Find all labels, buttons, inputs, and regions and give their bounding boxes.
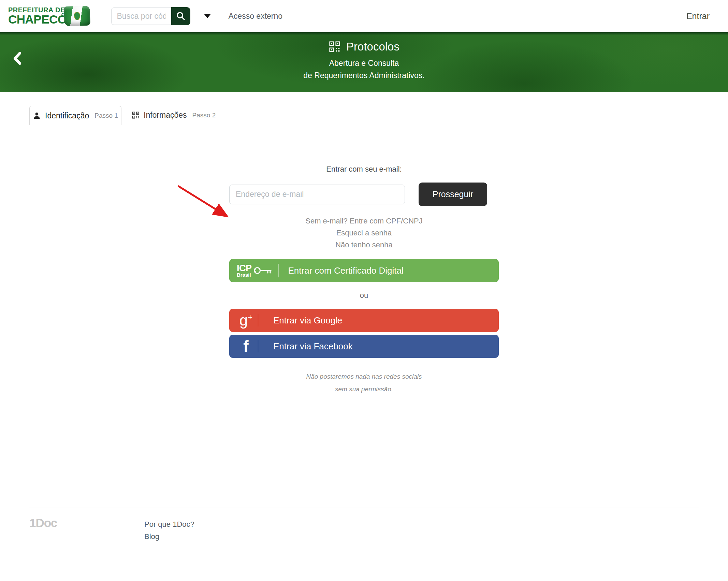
tab-informacoes[interactable]: Informações Passo 2: [124, 105, 223, 125]
external-access-link[interactable]: Acesso externo: [229, 12, 283, 21]
google-login-button[interactable]: g+ Entrar via Google: [229, 309, 499, 332]
tab-identificacao-label: Identificação: [45, 111, 89, 120]
tab-informacoes-step: Passo 2: [192, 112, 216, 119]
button-divider: [278, 264, 279, 277]
tab-identificacao-step: Passo 1: [94, 112, 118, 119]
back-button[interactable]: [10, 50, 24, 67]
key-icon: [253, 265, 273, 276]
icp-logo-line2: Brasil: [237, 273, 252, 277]
proceed-button[interactable]: Prosseguir: [419, 183, 487, 206]
login-link[interactable]: Entrar: [686, 11, 710, 21]
prefeitura-logo[interactable]: PREFEITURA DE CHAPECÓ: [8, 6, 90, 26]
google-button-label: Entrar via Google: [273, 315, 342, 326]
certificate-login-button[interactable]: ICP Brasil Entrar com Certificado Digita…: [229, 259, 499, 282]
informacoes-qr-icon: [132, 111, 140, 119]
facebook-login-button[interactable]: f Entrar via Facebook: [229, 335, 499, 358]
icp-logo-line1: ICP: [237, 264, 252, 273]
logo-line1: PREFEITURA DE: [8, 6, 67, 13]
button-divider: [258, 314, 258, 326]
person-icon: [33, 112, 41, 120]
email-section-label: Entrar com seu e-mail:: [229, 165, 499, 174]
search-type-dropdown-caret-icon[interactable]: [204, 14, 211, 18]
flag-emblem-icon: [74, 12, 80, 20]
protocols-qr-icon: [329, 41, 341, 53]
page-footer: 1Doc Por que 1Doc? Blog: [29, 508, 699, 552]
prefeitura-logo-text: PREFEITURA DE CHAPECÓ: [8, 6, 67, 26]
banner-subtitle-line2: de Requerimentos Administrativos.: [0, 70, 728, 82]
tab-informacoes-label: Informações: [144, 111, 187, 120]
page-title: Protocolos: [346, 40, 399, 53]
top-header: PREFEITURA DE CHAPECÓ Acesso externo Ent…: [0, 0, 728, 32]
tab-identificacao[interactable]: Identificação Passo 1: [29, 106, 121, 125]
search-icon: [176, 11, 186, 21]
no-password-link[interactable]: Não tenho senha: [229, 239, 499, 251]
facebook-icon: f: [234, 338, 258, 354]
forgot-password-link[interactable]: Esqueci a senha: [229, 227, 499, 239]
onedoc-logo[interactable]: 1Doc: [29, 516, 57, 530]
banner-subtitle-line1: Abertura e Consulta: [0, 57, 728, 70]
blog-link[interactable]: Blog: [144, 531, 194, 543]
why-onedoc-link[interactable]: Por que 1Doc?: [144, 518, 194, 531]
red-pointer-arrow-icon: [173, 183, 235, 222]
google-plus-icon: g+: [234, 313, 258, 328]
search-button[interactable]: [171, 7, 190, 25]
cpf-cnpj-link[interactable]: Sem e-mail? Entre com CPF/CNPJ: [229, 215, 499, 227]
search-input[interactable]: [111, 8, 171, 25]
certificate-button-label: Entrar com Certificado Digital: [288, 265, 404, 276]
icp-brasil-logo: ICP Brasil: [237, 264, 273, 277]
button-divider: [258, 340, 258, 352]
step-tabs: Identificação Passo 1 Informações Passo …: [29, 106, 699, 125]
social-disclaimer-line2: sem sua permissão.: [229, 383, 499, 395]
or-separator: ou: [229, 291, 499, 300]
protocols-banner: Protocolos Abertura e Consulta de Requer…: [0, 32, 728, 92]
social-disclaimer-line1: Não postaremos nada nas redes sociais: [229, 370, 499, 383]
facebook-button-label: Entrar via Facebook: [273, 341, 353, 352]
email-input[interactable]: [229, 185, 405, 204]
code-search: [111, 7, 190, 25]
chevron-left-icon: [12, 51, 23, 66]
logo-line2: CHAPECÓ: [8, 13, 67, 26]
login-panel: Entrar com seu e-mail: Prosseguir Sem e-…: [0, 165, 728, 508]
chapeco-flag-icon: [64, 6, 90, 27]
